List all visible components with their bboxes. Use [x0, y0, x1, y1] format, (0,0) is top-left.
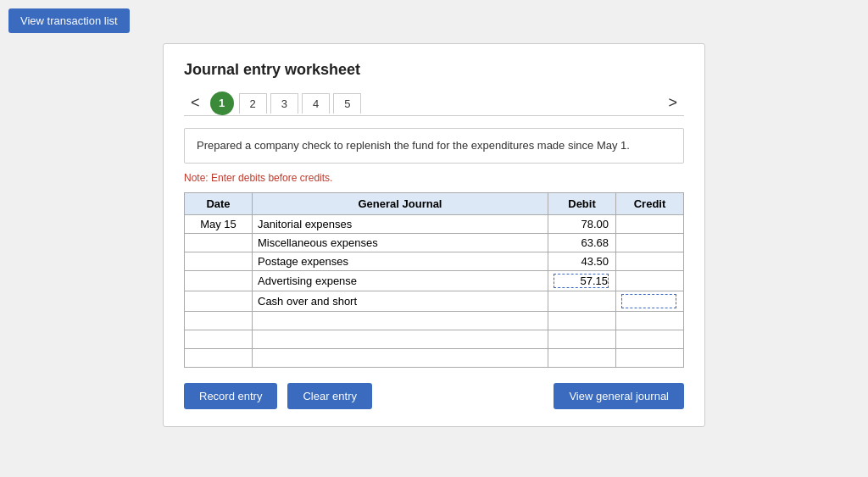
- credit-input[interactable]: [621, 255, 676, 268]
- credit-cell[interactable]: [616, 348, 684, 367]
- view-transaction-button[interactable]: View transaction list: [8, 8, 130, 33]
- table-row: [185, 291, 684, 311]
- debit-input[interactable]: [554, 295, 609, 308]
- page-tab-2[interactable]: 2: [239, 93, 267, 114]
- journal-table: Date General Journal Debit Credit May 15: [184, 192, 684, 368]
- pagination: < 1 2 3 4 5 >: [184, 91, 684, 116]
- table-row: [185, 270, 684, 291]
- credit-cell[interactable]: [616, 311, 684, 330]
- debit-cell[interactable]: [548, 270, 616, 291]
- page-tab-4[interactable]: 4: [302, 93, 330, 114]
- credit-cell[interactable]: [616, 270, 684, 291]
- header-debit: Debit: [548, 192, 616, 214]
- worksheet-container: Journal entry worksheet < 1 2 3 4 5 > Pr…: [163, 43, 705, 427]
- description-box: Prepared a company check to replenish th…: [184, 128, 684, 164]
- table-row: [185, 330, 684, 348]
- prev-page-button[interactable]: <: [184, 91, 207, 115]
- credit-input[interactable]: [621, 314, 676, 327]
- button-row: Record entry Clear entry View general jo…: [184, 383, 684, 409]
- header-credit: Credit: [616, 192, 684, 214]
- credit-cell[interactable]: [616, 214, 684, 233]
- journal-cell[interactable]: [253, 330, 548, 348]
- date-cell: [185, 311, 253, 330]
- table-row: May 15: [185, 214, 684, 233]
- date-cell: [185, 291, 253, 311]
- journal-input[interactable]: [258, 352, 542, 364]
- debit-input[interactable]: [554, 314, 609, 327]
- credit-cell[interactable]: [616, 330, 684, 348]
- debit-cell[interactable]: [548, 291, 616, 311]
- debit-cell[interactable]: [548, 348, 616, 367]
- journal-cell[interactable]: [253, 291, 548, 311]
- record-entry-button[interactable]: Record entry: [184, 383, 277, 409]
- debit-input[interactable]: [554, 255, 609, 268]
- table-row: [185, 252, 684, 270]
- note-text: Note: Enter debits before credits.: [184, 172, 684, 184]
- top-bar: View transaction list: [8, 8, 860, 33]
- next-page-button[interactable]: >: [661, 91, 684, 115]
- journal-input[interactable]: [258, 333, 542, 346]
- table-row: [185, 311, 684, 330]
- page-tab-3[interactable]: 3: [270, 93, 298, 114]
- date-cell: [185, 252, 253, 270]
- journal-cell[interactable]: [253, 252, 548, 270]
- credit-cell[interactable]: [616, 291, 684, 311]
- date-cell: [185, 330, 253, 348]
- credit-cell[interactable]: [616, 233, 684, 252]
- view-general-journal-button[interactable]: View general journal: [554, 383, 684, 409]
- credit-input[interactable]: [621, 236, 676, 249]
- journal-cell[interactable]: [253, 270, 548, 291]
- credit-input[interactable]: [621, 333, 676, 346]
- debit-input[interactable]: [554, 236, 609, 249]
- debit-cell[interactable]: [548, 311, 616, 330]
- credit-input[interactable]: [621, 294, 676, 308]
- debit-input[interactable]: [554, 218, 609, 230]
- worksheet-title: Journal entry worksheet: [184, 61, 684, 79]
- debit-cell[interactable]: [548, 252, 616, 270]
- debit-cell[interactable]: [548, 233, 616, 252]
- clear-entry-button[interactable]: Clear entry: [287, 383, 372, 409]
- journal-input[interactable]: [258, 314, 542, 327]
- journal-cell[interactable]: [253, 311, 548, 330]
- debit-cell[interactable]: [548, 330, 616, 348]
- credit-input[interactable]: [621, 275, 676, 287]
- journal-input[interactable]: [258, 255, 542, 268]
- journal-input[interactable]: [258, 275, 542, 287]
- journal-input[interactable]: [258, 236, 542, 249]
- table-row: [185, 348, 684, 367]
- date-cell: [185, 348, 253, 367]
- credit-input[interactable]: [621, 218, 676, 230]
- journal-input[interactable]: [258, 218, 542, 230]
- journal-input[interactable]: [258, 295, 542, 308]
- debit-input[interactable]: [554, 274, 609, 288]
- date-cell: [185, 233, 253, 252]
- header-date: Date: [185, 192, 253, 214]
- debit-cell[interactable]: [548, 214, 616, 233]
- header-journal: General Journal: [253, 192, 548, 214]
- page-tab-5[interactable]: 5: [333, 93, 361, 114]
- journal-cell[interactable]: [253, 348, 548, 367]
- journal-cell[interactable]: [253, 214, 548, 233]
- credit-cell[interactable]: [616, 252, 684, 270]
- active-page-bubble[interactable]: 1: [210, 92, 234, 115]
- debit-input[interactable]: [554, 352, 609, 364]
- debit-input[interactable]: [554, 333, 609, 346]
- date-cell: [185, 270, 253, 291]
- table-row: [185, 233, 684, 252]
- credit-input[interactable]: [621, 352, 676, 364]
- date-cell: May 15: [185, 214, 253, 233]
- journal-cell[interactable]: [253, 233, 548, 252]
